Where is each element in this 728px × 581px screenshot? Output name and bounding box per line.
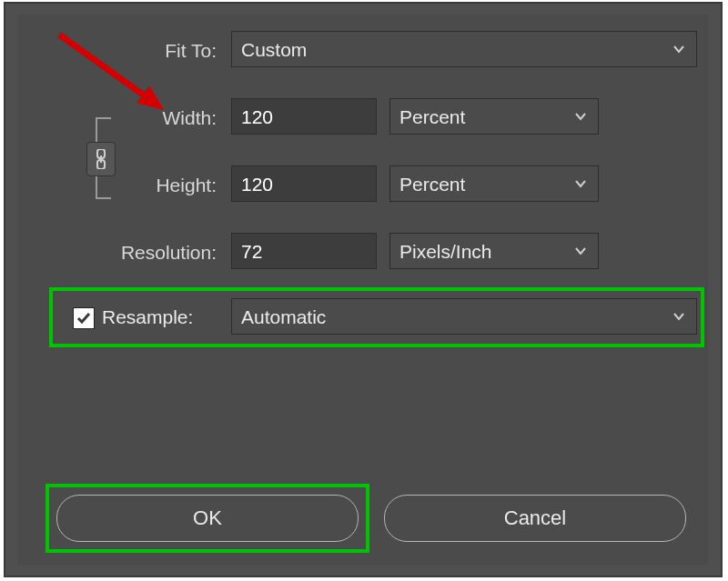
width-row: Width: 120 Percent xyxy=(18,98,708,138)
fit-to-select[interactable]: Custom xyxy=(231,31,697,67)
resample-method-value: Automatic xyxy=(241,306,326,327)
resolution-unit-select[interactable]: Pixels/Inch xyxy=(389,233,599,269)
ok-button[interactable]: OK xyxy=(56,495,359,542)
resolution-label: Resolution: xyxy=(18,233,217,273)
height-row: Height: 120 Percent xyxy=(18,165,708,205)
constrain-proportions-button[interactable] xyxy=(86,142,116,176)
height-input[interactable]: 120 xyxy=(231,165,377,202)
chevron-down-icon xyxy=(672,310,685,323)
fit-to-value: Custom xyxy=(241,39,307,60)
width-unit-value: Percent xyxy=(399,106,465,127)
resolution-unit-value: Pixels/Inch xyxy=(399,241,492,262)
fit-to-row: Fit To: Custom xyxy=(18,31,708,71)
resample-method-select[interactable]: Automatic xyxy=(231,298,697,335)
dialog-frame: Fit To: Custom Width: 120 Percent Height… xyxy=(4,2,723,577)
cancel-button[interactable]: Cancel xyxy=(384,495,686,542)
width-input[interactable]: 120 xyxy=(231,98,377,135)
height-unit-value: Percent xyxy=(399,174,465,195)
resample-row: Automatic xyxy=(18,298,708,338)
height-label: Height: xyxy=(18,165,217,205)
width-unit-select[interactable]: Percent xyxy=(389,98,599,135)
dialog-inner: Fit To: Custom Width: 120 Percent Height… xyxy=(18,15,708,565)
width-label: Width: xyxy=(18,98,217,138)
height-unit-select[interactable]: Percent xyxy=(389,165,599,202)
resolution-input[interactable]: 72 xyxy=(231,233,377,269)
chevron-down-icon xyxy=(574,245,587,257)
resolution-row: Resolution: 72 Pixels/Inch xyxy=(18,233,708,273)
chevron-down-icon xyxy=(574,177,587,190)
chevron-down-icon xyxy=(672,43,685,55)
chevron-down-icon xyxy=(574,110,587,123)
fit-to-label: Fit To: xyxy=(18,31,217,71)
link-icon xyxy=(94,149,108,169)
